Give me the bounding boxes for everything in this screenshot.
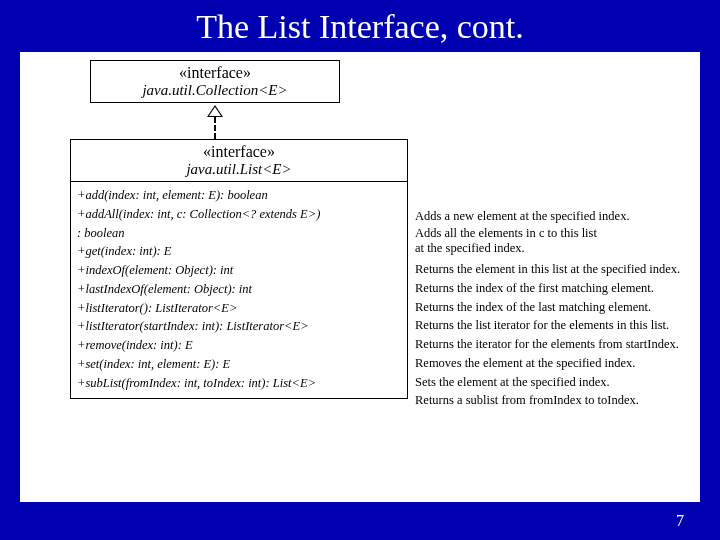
method-description: Returns the iterator for the elements fr… (415, 335, 680, 354)
method-signature: +remove(index: int): E (77, 336, 401, 355)
description-column: Adds a new element at the specified inde… (415, 207, 680, 410)
method-description: Adds a new element at the specified inde… (415, 207, 680, 226)
method-signature: +get(index: int): E (77, 242, 401, 261)
parent-stereotype: «interface» (91, 64, 339, 82)
slide-title: The List Interface, cont. (0, 0, 720, 52)
method-signature: +listIterator(): ListIterator<E> (77, 299, 401, 318)
method-signature: : boolean (77, 224, 401, 243)
list-stereotype: «interface» (71, 143, 407, 161)
method-signature: +lastIndexOf(element: Object): int (77, 280, 401, 299)
method-description: Returns the element in this list at the … (415, 260, 680, 279)
uml-list-header: «interface» java.util.List<E> (71, 140, 407, 182)
method-description: Removes the element at the specified ind… (415, 354, 680, 373)
method-description: Adds all the elements in c to this lista… (415, 226, 680, 257)
method-description: Returns a sublist from fromIndex to toIn… (415, 391, 680, 410)
method-description: Sets the element at the specified index. (415, 373, 680, 392)
list-classname: java.util.List<E> (71, 161, 407, 178)
uml-list-box: «interface» java.util.List<E> +add(index… (70, 139, 408, 399)
inheritance-arrow (90, 103, 340, 139)
parent-classname: java.util.Collection<E> (91, 82, 339, 99)
method-description: Returns the list iterator for the elemen… (415, 316, 680, 335)
uml-parent-box: «interface» java.util.Collection<E> (90, 60, 340, 103)
diagram-panel: «interface» java.util.Collection<E> «int… (20, 52, 700, 502)
method-description: Returns the index of the first matching … (415, 279, 680, 298)
method-description: Returns the index of the last matching e… (415, 298, 680, 317)
method-signature: +add(index: int, element: E): boolean (77, 186, 401, 205)
method-signature: +subList(fromIndex: int, toIndex: int): … (77, 374, 401, 393)
page-number: 7 (676, 512, 684, 530)
method-signature: +listIterator(startIndex: int): ListIter… (77, 317, 401, 336)
method-list: +add(index: int, element: E): boolean+ad… (71, 182, 407, 398)
method-signature: +set(index: int, element: E): E (77, 355, 401, 374)
method-signature: +addAll(index: int, c: Collection<? exte… (77, 205, 401, 224)
method-signature: +indexOf(element: Object): int (77, 261, 401, 280)
